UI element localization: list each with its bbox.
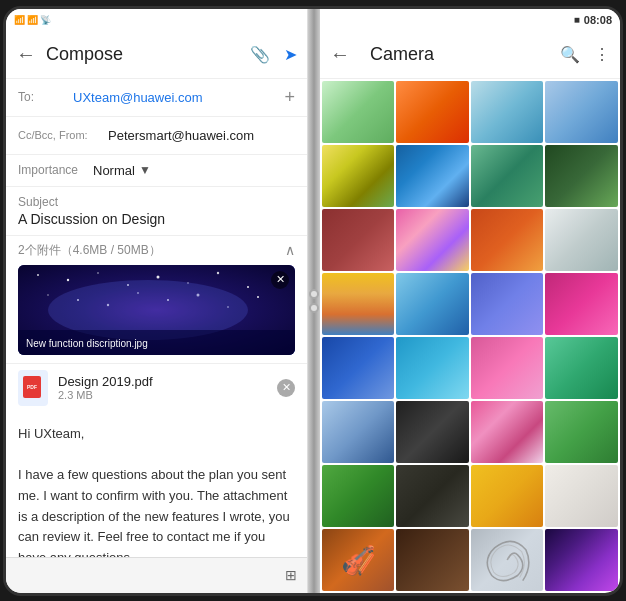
send-icon[interactable]: ➤ xyxy=(284,45,297,64)
fold-hinge xyxy=(308,9,320,593)
attachments-count: 2个附件（4.6MB / 50MB） xyxy=(18,242,161,259)
svg-point-9 xyxy=(47,294,49,296)
to-value[interactable]: UXteam@huawei.com xyxy=(73,90,285,105)
signal-icon-2: 📶 xyxy=(27,15,38,25)
attachment-image-name: New function discription.jpg xyxy=(26,338,148,349)
gallery-item[interactable] xyxy=(322,465,395,527)
gallery-item[interactable] xyxy=(396,529,469,591)
gallery-item[interactable] xyxy=(545,273,618,335)
importance-dropdown[interactable]: Normal ▼ xyxy=(93,163,151,178)
gallery-item-violin[interactable]: 🎻 xyxy=(322,529,395,591)
status-icons: 📶 📶 📡 xyxy=(14,15,51,25)
gallery-item[interactable] xyxy=(471,273,544,335)
gallery-item[interactable] xyxy=(471,337,544,399)
gallery-item[interactable] xyxy=(322,209,395,271)
email-body-paragraph: Hi UXteam, xyxy=(18,424,295,445)
pdf-icon: PDF xyxy=(18,370,48,406)
add-recipient-icon[interactable]: + xyxy=(285,87,296,108)
wifi-icon: 📡 xyxy=(40,15,51,25)
svg-point-8 xyxy=(247,286,249,288)
gallery-item[interactable] xyxy=(396,145,469,207)
status-bar-right: ■ 08:08 xyxy=(320,9,620,31)
fold-dot-bottom xyxy=(309,303,319,313)
attachment-image-preview: New function discription.jpg 2.3 MB xyxy=(18,265,295,355)
cc-field-row: Cc/Bcc, From: Petersmart@huawei.com xyxy=(6,117,307,155)
expand-icon[interactable]: ⊞ xyxy=(285,567,297,583)
pdf-attachment-row: PDF Design 2019.pdf 2.3 MB ✕ xyxy=(6,363,307,412)
pdf-attachment-close[interactable]: ✕ xyxy=(277,379,295,397)
camera-header: ← Camera 🔍 ⋮ xyxy=(320,31,620,79)
gallery-item[interactable] xyxy=(545,81,618,143)
gallery-item[interactable] xyxy=(471,529,544,591)
svg-point-1 xyxy=(37,274,39,276)
back-button[interactable]: ← xyxy=(16,43,36,66)
gallery-item[interactable] xyxy=(545,209,618,271)
gallery-item[interactable] xyxy=(471,465,544,527)
gallery-item[interactable] xyxy=(545,529,618,591)
pdf-file-name: Design 2019.pdf xyxy=(58,374,267,389)
to-field-row: To: UXteam@huawei.com + xyxy=(6,79,307,117)
gallery-item[interactable] xyxy=(545,145,618,207)
gallery-item[interactable] xyxy=(322,337,395,399)
pdf-file-info: Design 2019.pdf 2.3 MB xyxy=(58,374,267,401)
device-wrapper: 📶 📶 📡 ← Compose 📎 ➤ To: UXteam@huawei.co… xyxy=(3,6,623,596)
fold-dot-top xyxy=(309,289,319,299)
compose-header: ← Compose 📎 ➤ xyxy=(6,31,307,79)
image-attachment-close[interactable]: ✕ xyxy=(271,271,289,289)
gallery-item[interactable] xyxy=(396,209,469,271)
gallery-item[interactable] xyxy=(396,401,469,463)
gallery-search-icon[interactable]: 🔍 xyxy=(560,45,580,64)
svg-point-5 xyxy=(157,275,160,278)
time-display: 08:08 xyxy=(584,14,612,26)
gallery-item[interactable] xyxy=(322,81,395,143)
gallery-item[interactable] xyxy=(396,337,469,399)
pdf-icon-inner: PDF xyxy=(23,376,43,400)
gallery-item[interactable] xyxy=(396,273,469,335)
pdf-file-size: 2.3 MB xyxy=(58,389,267,401)
signal-icon-1: 📶 xyxy=(14,15,25,25)
compose-body: To: UXteam@huawei.com + Cc/Bcc, From: Pe… xyxy=(6,79,307,557)
attachments-header: 2个附件（4.6MB / 50MB） ∧ xyxy=(6,236,307,265)
gallery-item[interactable] xyxy=(471,81,544,143)
gallery-menu-icon[interactable]: ⋮ xyxy=(594,45,610,64)
cc-label: Cc/Bcc, From: xyxy=(18,129,108,141)
pdf-icon-bg: PDF xyxy=(23,376,41,398)
attach-icon[interactable]: 📎 xyxy=(250,45,270,64)
compose-header-actions: 📎 ➤ xyxy=(250,45,297,64)
svg-point-16 xyxy=(257,296,259,298)
status-bar-left: 📶 📶 📡 xyxy=(6,9,307,31)
svg-point-7 xyxy=(217,271,219,273)
cc-value[interactable]: Petersmart@huawei.com xyxy=(108,128,295,143)
subject-label: Subject xyxy=(18,195,295,209)
gallery-item[interactable] xyxy=(545,401,618,463)
gallery-item[interactable] xyxy=(545,337,618,399)
gallery-item[interactable] xyxy=(396,81,469,143)
compose-panel: 📶 📶 📡 ← Compose 📎 ➤ To: UXteam@huawei.co… xyxy=(6,9,308,593)
spiral-svg xyxy=(471,529,544,591)
gallery-item[interactable] xyxy=(545,465,618,527)
gallery-item[interactable] xyxy=(322,273,395,335)
email-body-text[interactable]: Hi UXteam, I have a few questions about … xyxy=(6,412,307,557)
battery-indicator: ■ xyxy=(574,14,580,25)
gallery-panel: ■ 08:08 ← Camera 🔍 ⋮ xyxy=(320,9,620,593)
compose-title: Compose xyxy=(46,44,250,65)
gallery-header-actions: 🔍 ⋮ xyxy=(560,45,610,64)
gallery-item[interactable] xyxy=(322,145,395,207)
gallery-back-button[interactable]: ← xyxy=(330,43,350,66)
importance-row: Importance Normal ▼ xyxy=(6,155,307,187)
email-body-content: I have a few questions about the plan yo… xyxy=(18,465,295,556)
attachments-collapse-icon[interactable]: ∧ xyxy=(285,242,295,258)
to-label: To: xyxy=(18,90,73,104)
dropdown-arrow-icon: ▼ xyxy=(139,163,151,177)
svg-point-2 xyxy=(67,278,69,280)
image-attachment[interactable]: New function discription.jpg 2.3 MB ✕ xyxy=(18,265,295,355)
gallery-item[interactable] xyxy=(471,209,544,271)
svg-point-3 xyxy=(97,272,99,274)
gallery-item[interactable] xyxy=(471,145,544,207)
gallery-item[interactable] xyxy=(471,401,544,463)
gallery-item[interactable] xyxy=(396,465,469,527)
compose-bottom-bar: ⊞ xyxy=(6,557,307,593)
subject-value[interactable]: A Discussion on Design xyxy=(18,211,295,227)
gallery-item[interactable] xyxy=(322,401,395,463)
importance-value-text: Normal xyxy=(93,163,135,178)
